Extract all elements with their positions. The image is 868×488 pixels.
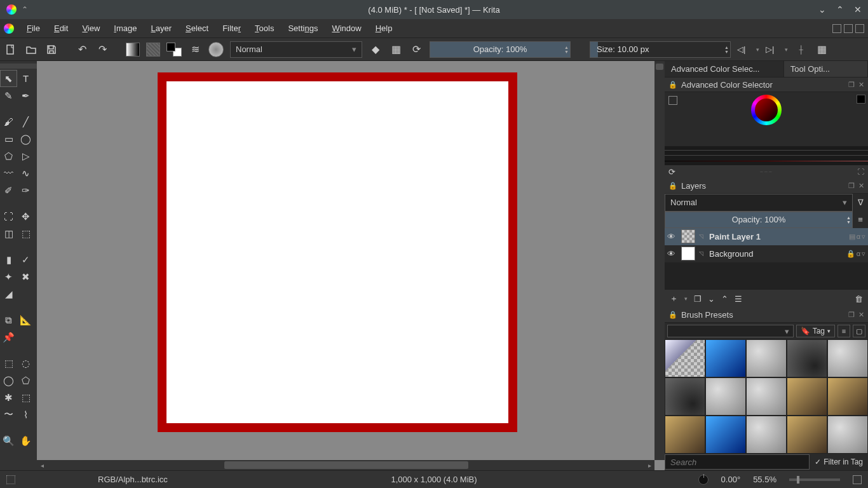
float-icon[interactable]: ❐ [848,81,855,89]
zoom-slider[interactable] [789,478,840,481]
brush-preset[interactable] [665,416,705,454]
rect-select-tool[interactable]: ⬚ [0,355,17,372]
layer-filter-icon[interactable]: ∇ [853,194,868,212]
brush-preset[interactable] [787,377,827,416]
brush-preset[interactable] [827,339,868,377]
alpha-lock-icon[interactable]: ▦ [389,43,403,57]
gradient-swatch[interactable] [126,43,140,57]
lock-icon[interactable]: 🔒 [668,311,677,319]
pattern-edit-tool[interactable] [17,285,34,302]
bezier-tool[interactable]: 〰 [0,165,17,182]
text-tool[interactable]: T [17,70,34,87]
close-icon[interactable]: ✕ [854,4,862,15]
rect-tool[interactable]: ▭ [0,130,17,147]
move-layer-down-button[interactable]: ⌄ [708,294,715,304]
edit-shapes-tool[interactable]: ✎ [0,87,17,104]
menu-view[interactable]: View [76,21,106,36]
expand-icon[interactable]: ⛶ [857,168,864,175]
brush-tool[interactable]: 🖌 [0,113,17,130]
close-panel-icon[interactable]: ✕ [858,81,864,89]
layer-lock-icon[interactable]: ▤ [849,233,855,241]
workspace-icon-2[interactable] [844,24,853,33]
canvas[interactable] [158,72,517,432]
tag-button[interactable]: 🔖Tag▾ [796,325,835,337]
layer-row[interactable]: 👁 ◹ Background 🔒α▿ [665,245,868,262]
vertical-scrollbar[interactable] [654,61,665,460]
color-history[interactable] [665,146,868,165]
close-panel-icon[interactable]: ✕ [858,182,864,190]
brush-preset[interactable] [665,339,705,377]
visibility-icon[interactable]: 👁 [667,249,677,259]
blend-mode-select[interactable]: Normal [230,41,362,58]
menu-tools[interactable]: Tools [248,21,280,36]
add-layer-button[interactable]: ＋ [670,293,678,304]
similar-select-tool[interactable]: ⬚ [17,389,34,406]
brush-preset[interactable] [746,377,787,416]
mirror-v-icon[interactable]: ▷| [766,44,778,55]
workspace-chooser-icon[interactable]: ▦ [815,43,829,57]
pan-tool[interactable]: ✋ [17,432,34,449]
layer-opacity-slider[interactable]: Opacity: 100%▲▼ [665,212,853,228]
float-icon[interactable]: ❐ [848,311,855,319]
float-icon[interactable]: ❐ [848,182,855,190]
app-menu-icon[interactable] [4,24,14,34]
layer-name[interactable]: Paint Layer 1 [709,232,845,241]
layer-row[interactable]: 👁 ◹ Paint Layer 1 ▤α▿ [665,228,868,245]
reload-preset-icon[interactable]: ⟳ [409,43,423,57]
opacity-slider[interactable]: Opacity: 100%▲▼ [430,41,571,58]
brush-preset[interactable] [746,339,787,377]
brush-preset-swatch[interactable] [208,42,224,57]
undo-button[interactable]: ↶ [75,43,89,57]
rotation-indicator[interactable] [698,475,709,485]
zoom-level[interactable]: 55.5% [753,475,776,484]
gradient-tool[interactable]: ◢ [0,285,17,302]
current-color-swatch[interactable] [857,95,865,104]
menu-help[interactable]: Help [369,21,399,36]
rotation-angle[interactable]: 0.00° [721,475,741,484]
menu-image[interactable]: Image [107,21,143,36]
menu-file[interactable]: File [20,21,46,36]
scroll-right-icon[interactable]: ▸ [644,460,654,470]
color-profile[interactable]: RGB/Alph...btrc.icc [98,475,168,484]
pattern-swatch[interactable] [146,43,160,57]
assistant-tool[interactable]: ⧉ [0,311,17,329]
menu-settings[interactable]: Settings [281,21,324,36]
new-file-button[interactable] [4,43,18,57]
save-file-button[interactable] [44,43,58,57]
redo-button[interactable]: ↷ [95,43,109,57]
menu-filter[interactable]: Filter [216,21,247,36]
blank-tool[interactable] [17,329,34,346]
lock-icon[interactable]: 🔒 [668,182,677,190]
move-tool[interactable]: ✥ [17,208,34,225]
layer-blend-select[interactable]: Normal [665,194,853,212]
menu-layer[interactable]: Layer [144,21,178,36]
move-layer-up-button[interactable]: ⌃ [721,294,728,304]
multibrush-tool[interactable]: ✑ [17,182,34,199]
open-file-button[interactable] [24,43,38,57]
magnetic-select-tool[interactable]: ⌇ [17,406,34,423]
crop-tool[interactable]: ⛶ [0,208,17,225]
brush-size-slider[interactable]: Size: 10.00 px▲▼ [590,41,731,58]
bezier-select-tool[interactable]: 〜 [0,406,17,423]
layer-more-icon[interactable]: ▿ [862,250,865,258]
brush-preset[interactable] [665,377,705,416]
brush-preset[interactable] [746,416,787,454]
transform-tool-2[interactable]: ◫ [0,225,17,242]
selection-indicator-icon[interactable] [6,475,15,484]
polyline-tool[interactable]: ▷ [17,147,34,165]
free-transform-tool[interactable]: ⬚ [17,225,34,242]
maximize-icon[interactable]: ⌃ [836,4,844,15]
scroll-left-icon[interactable]: ◂ [37,460,47,470]
minimize-icon[interactable]: ⌄ [818,4,826,15]
freehand-select-tool[interactable]: ◯ [0,372,17,389]
mirror-h-icon[interactable]: ◁| [737,44,750,55]
workspace-icon-3[interactable] [855,24,864,33]
panel-divider[interactable]: ⟳ ┄┄┄ ⛶ [665,165,868,179]
workspace-icon-1[interactable] [832,24,841,33]
close-panel-icon[interactable]: ✕ [858,311,864,319]
fill-tool[interactable]: ▮ [0,251,17,268]
menu-window[interactable]: Window [325,21,367,36]
toolbox-handle[interactable] [0,64,37,69]
brush-preset[interactable] [787,339,827,377]
canvas-area[interactable]: ◂ ▸ [37,61,665,470]
